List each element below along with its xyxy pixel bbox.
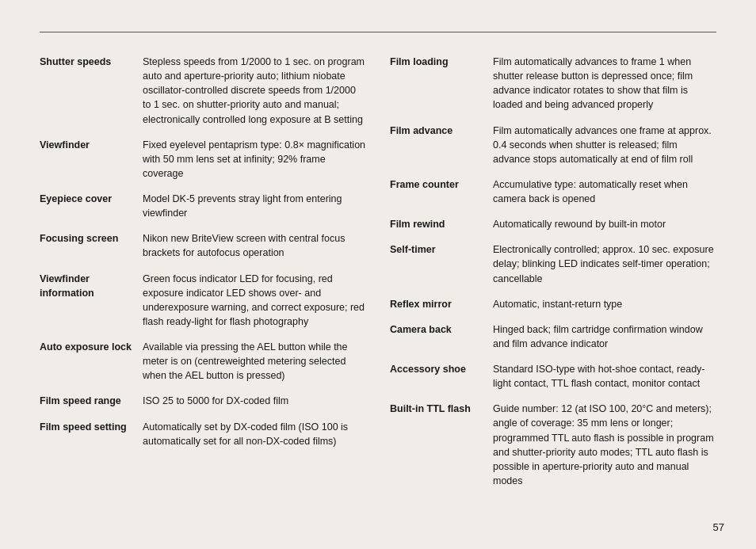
spec-value: Model DK-5 prevents stray light from ent… bbox=[143, 192, 366, 220]
spec-label: Viewfinder information bbox=[40, 272, 143, 330]
spec-row: Film advanceFilm automatically advances … bbox=[390, 124, 716, 166]
spec-label: Viewfinder bbox=[40, 138, 143, 181]
spec-value: Available via pressing the AEL button wh… bbox=[143, 340, 366, 383]
top-divider bbox=[40, 32, 716, 32]
spec-label: Accessory shoe bbox=[390, 362, 493, 391]
spec-row: Film speed rangeISO 25 to 5000 for DX-co… bbox=[40, 394, 366, 408]
spec-row: Focusing screenNikon new BriteView scree… bbox=[40, 231, 366, 260]
spec-label: Eyepiece cover bbox=[40, 192, 143, 220]
spec-label: Film speed range bbox=[40, 394, 143, 408]
spec-label: Self-timer bbox=[390, 242, 493, 285]
spec-value: Accumulative type: automatically reset w… bbox=[493, 177, 716, 206]
page: Shutter speedsStepless speeds from 1/200… bbox=[0, 0, 756, 549]
spec-value: Film automatically advances to frame 1 w… bbox=[493, 55, 716, 112]
spec-label: Focusing screen bbox=[40, 231, 143, 260]
spec-row: Frame counterAccumulative type: automati… bbox=[390, 177, 716, 206]
spec-label: Film speed setting bbox=[40, 420, 143, 448]
column-left: Shutter speedsStepless speeds from 1/200… bbox=[40, 55, 382, 499]
spec-value: ISO 25 to 5000 for DX-coded film bbox=[143, 394, 366, 408]
spec-label: Film advance bbox=[390, 124, 493, 166]
spec-value: Automatically set by DX-coded film (ISO … bbox=[143, 420, 366, 448]
spec-row: Self-timerElectronically controlled; app… bbox=[390, 242, 716, 285]
spec-row: Camera backHinged back; film cartridge c… bbox=[390, 322, 716, 351]
spec-label: Built-in TTL flash bbox=[390, 402, 493, 488]
spec-value: Automatic, instant-return type bbox=[493, 297, 716, 311]
spec-label: Frame counter bbox=[390, 177, 493, 206]
spec-value: Stepless speeds from 1/2000 to 1 sec. on… bbox=[143, 55, 366, 127]
spec-label: Film loading bbox=[390, 55, 493, 112]
spec-row: Reflex mirrorAutomatic, instant-return t… bbox=[390, 297, 716, 311]
spec-label: Camera back bbox=[390, 322, 493, 351]
spec-value: Film automatically advances one frame at… bbox=[493, 124, 716, 166]
spec-value: Hinged back; film cartridge confirmation… bbox=[493, 322, 716, 351]
spec-value: Green focus indicator LED for focusing, … bbox=[143, 272, 366, 330]
spec-row: Eyepiece coverModel DK-5 prevents stray … bbox=[40, 192, 366, 220]
page-number: 57 bbox=[713, 521, 724, 533]
spec-value: Guide number: 12 (at ISO 100, 20°C and m… bbox=[493, 402, 716, 488]
spec-value: Standard ISO-type with hot-shoe contact,… bbox=[493, 362, 716, 391]
spec-label: Shutter speeds bbox=[40, 55, 143, 127]
spec-value: Electronically controlled; approx. 10 se… bbox=[493, 242, 716, 285]
spec-row: Viewfinder informationGreen focus indica… bbox=[40, 272, 366, 330]
spec-value: Nikon new BriteView screen with central … bbox=[143, 231, 366, 260]
spec-row: Film rewindAutomatically rewound by buil… bbox=[390, 217, 716, 231]
spec-value: Automatically rewound by built-in motor bbox=[493, 217, 716, 231]
spec-row: Built-in TTL flashGuide number: 12 (at I… bbox=[390, 402, 716, 488]
spec-row: ViewfinderFixed eyelevel pentaprism type… bbox=[40, 138, 366, 181]
content-area: Shutter speedsStepless speeds from 1/200… bbox=[40, 55, 716, 499]
spec-row: Shutter speedsStepless speeds from 1/200… bbox=[40, 55, 366, 127]
spec-row: Film speed settingAutomatically set by D… bbox=[40, 420, 366, 448]
spec-label: Reflex mirror bbox=[390, 297, 493, 311]
spec-row: Film loadingFilm automatically advances … bbox=[390, 55, 716, 112]
spec-label: Film rewind bbox=[390, 217, 493, 231]
spec-row: Accessory shoeStandard ISO-type with hot… bbox=[390, 362, 716, 391]
spec-value: Fixed eyelevel pentaprism type: 0.8× mag… bbox=[143, 138, 366, 181]
column-right: Film loadingFilm automatically advances … bbox=[382, 55, 716, 499]
spec-label: Auto exposure lock bbox=[40, 340, 143, 383]
spec-row: Auto exposure lockAvailable via pressing… bbox=[40, 340, 366, 383]
